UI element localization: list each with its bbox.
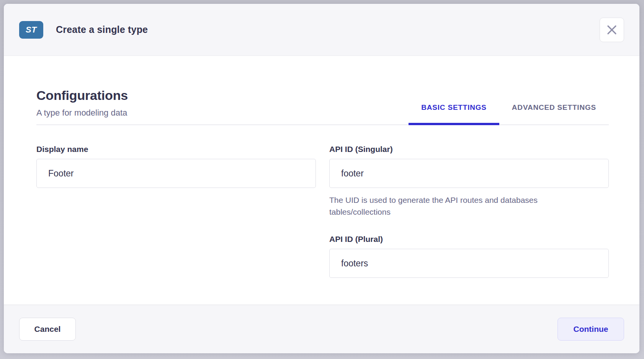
tab-basic-settings[interactable]: BASIC SETTINGS [409, 103, 499, 125]
close-button[interactable] [600, 18, 624, 42]
modal-footer: Cancel Continue [4, 305, 639, 353]
configurations-form: Display name API ID (Singular) The UID i… [36, 145, 609, 278]
api-id-singular-input[interactable] [329, 159, 609, 188]
api-id-singular-label: API ID (Singular) [329, 145, 609, 154]
display-name-label: Display name [36, 145, 316, 154]
create-single-type-modal: ST Create a single type Configurations A… [4, 4, 639, 353]
tab-advanced-settings[interactable]: ADVANCED SETTINGS [499, 103, 609, 125]
page-title: Configurations [36, 89, 128, 102]
configurations-titles: Configurations A type for modeling data [36, 89, 128, 124]
form-left-column: Display name [36, 145, 316, 278]
close-icon [607, 25, 617, 35]
single-type-badge-icon: ST [19, 21, 43, 39]
form-right-column: API ID (Singular) The UID is used to gen… [329, 145, 609, 278]
api-id-singular-field-group: API ID (Singular) The UID is used to gen… [329, 145, 609, 218]
api-id-singular-hint: The UID is used to generate the API rout… [329, 194, 574, 218]
display-name-field-group: Display name [36, 145, 316, 188]
modal-title: Create a single type [56, 24, 148, 35]
api-id-plural-input[interactable] [329, 249, 609, 278]
api-id-plural-field-group: API ID (Plural) [329, 235, 609, 278]
settings-tabs: BASIC SETTINGS ADVANCED SETTINGS [409, 89, 609, 124]
modal-header: ST Create a single type [4, 4, 639, 56]
continue-button[interactable]: Continue [557, 318, 624, 341]
configurations-header: Configurations A type for modeling data … [36, 89, 609, 125]
display-name-input[interactable] [36, 159, 316, 188]
page-subtitle: A type for modeling data [36, 108, 128, 117]
cancel-button[interactable]: Cancel [19, 318, 76, 341]
modal-body: Configurations A type for modeling data … [4, 56, 639, 305]
api-id-plural-label: API ID (Plural) [329, 235, 609, 244]
